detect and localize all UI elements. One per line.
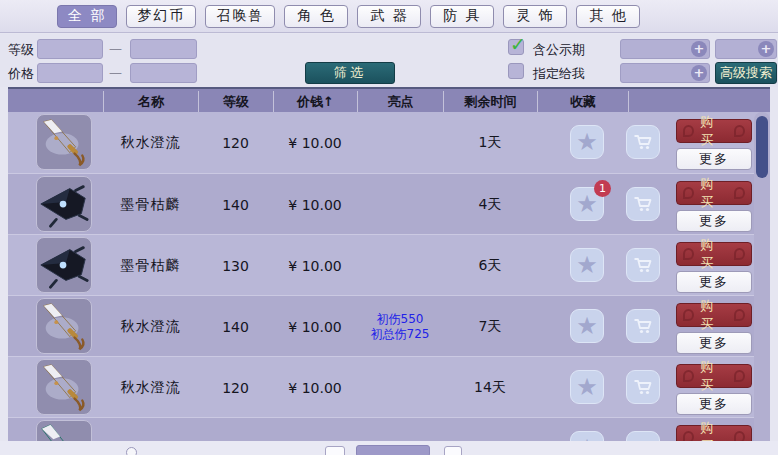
- tab-dream-coins[interactable]: 梦幻币: [126, 5, 196, 28]
- page-input[interactable]: [356, 445, 430, 455]
- item-price: ¥ 10.00: [273, 235, 357, 296]
- item-level: 120: [198, 112, 273, 173]
- cart-icon: [631, 314, 655, 338]
- favorite-button[interactable]: ★: [570, 248, 604, 282]
- table-row: 墨骨枯麟 130 ¥ 10.00 6天 ★ 购买 更多: [8, 234, 770, 295]
- item-time-left: 14天: [443, 357, 537, 418]
- level-range-dash: —: [109, 41, 122, 56]
- public-period-select-2[interactable]: +: [715, 39, 777, 59]
- advanced-search-button[interactable]: 高级搜索: [715, 62, 777, 84]
- star-icon: ★: [576, 253, 598, 277]
- tab-weapon[interactable]: 武 器: [357, 5, 421, 28]
- item-price: ¥ 10.00: [273, 357, 357, 418]
- buy-button[interactable]: 购买: [676, 364, 752, 388]
- assigned-select[interactable]: +: [620, 63, 710, 83]
- col-price-header[interactable]: 价钱↑: [273, 91, 357, 112]
- item-level: 120: [198, 357, 273, 418]
- more-button[interactable]: 更多: [676, 210, 752, 232]
- favorite-button[interactable]: ★: [570, 309, 604, 343]
- tab-character[interactable]: 角 色: [284, 5, 348, 28]
- more-button[interactable]: 更多: [676, 332, 752, 354]
- tab-summon-beast[interactable]: 召唤兽: [205, 5, 275, 28]
- price-max-input[interactable]: [130, 63, 197, 83]
- tab-armor[interactable]: 防 具: [430, 5, 494, 28]
- item-name: 墨骨枯麟: [103, 235, 198, 296]
- price-range-dash: —: [109, 65, 122, 80]
- cart-button[interactable]: [626, 370, 660, 404]
- assigned-me-checkbox[interactable]: ✓: [508, 63, 524, 79]
- buy-button[interactable]: 购买: [676, 119, 752, 143]
- cart-button[interactable]: [626, 309, 660, 343]
- item-highlights: 初伤550初总伤725: [357, 296, 443, 357]
- item-time-left: 1天: [443, 112, 537, 173]
- item-name: 秋水澄流: [103, 112, 198, 173]
- table-row: 秋水澄流 140 ¥ 10.00 初伤550初总伤725 7天 ★ 购买 更多: [8, 295, 770, 356]
- checkbox[interactable]: [325, 446, 345, 455]
- sort-asc-icon: ↑: [323, 94, 334, 109]
- buy-button[interactable]: 购买: [676, 181, 752, 205]
- buy-button[interactable]: 购买: [676, 303, 752, 327]
- item-name: 墨骨枯麟: [103, 174, 198, 235]
- weapon-icon-gold-sword[interactable]: [36, 298, 92, 354]
- cart-button[interactable]: [626, 125, 660, 159]
- marketplace-window: 全 部 梦幻币 召唤兽 角 色 武 器 防 具 灵 饰 其 他 等级 — 价格 …: [0, 0, 778, 455]
- more-button[interactable]: 更多: [676, 148, 752, 170]
- item-highlights: [357, 235, 443, 296]
- weapon-icon-dark-dagger[interactable]: [36, 237, 92, 293]
- level-label: 等级: [8, 41, 34, 59]
- item-level: 130: [198, 235, 273, 296]
- item-time-left: 6天: [443, 235, 537, 296]
- item-highlights: [357, 112, 443, 173]
- scrollbar-track[interactable]: [754, 112, 770, 455]
- weapon-icon-dark-dagger[interactable]: [36, 176, 92, 232]
- favorite-button[interactable]: ★: [570, 370, 604, 404]
- buy-button[interactable]: 购买: [676, 242, 752, 266]
- checkbox[interactable]: [444, 446, 462, 455]
- item-time-left: 4天: [443, 174, 537, 235]
- bottom-bar-partial: [0, 441, 778, 455]
- public-period-select-1[interactable]: +: [620, 39, 710, 59]
- include-public-checkbox[interactable]: ✓: [508, 39, 524, 55]
- item-price: ¥ 10.00: [273, 174, 357, 235]
- plus-circle-icon[interactable]: +: [691, 65, 707, 81]
- item-highlights: [357, 357, 443, 418]
- cart-icon: [631, 375, 655, 399]
- table-row: 秋水澄流 120 ¥ 10.00 1天 ★ 购买 更多: [8, 112, 770, 173]
- level-max-input[interactable]: [130, 39, 197, 59]
- filter-button[interactable]: 筛选: [305, 62, 395, 84]
- price-label: 价格: [8, 65, 34, 83]
- scrollbar-thumb[interactable]: [756, 116, 768, 178]
- cart-icon: [631, 130, 655, 154]
- star-icon: ★: [576, 314, 598, 338]
- tab-all[interactable]: 全 部: [57, 5, 117, 28]
- plus-circle-icon[interactable]: +: [691, 41, 707, 57]
- cart-icon: [631, 253, 655, 277]
- favorite-badge: 1: [594, 180, 611, 197]
- col-favorite-header: 收藏: [537, 91, 628, 112]
- radio-button[interactable]: [126, 447, 137, 455]
- cart-icon: [631, 192, 655, 216]
- table-header: 名称 等级 价钱↑ 亮点 剩余时间 收藏: [8, 87, 770, 112]
- include-public-label: 含公示期: [533, 41, 585, 59]
- item-price: ¥ 10.00: [273, 112, 357, 173]
- price-min-input[interactable]: [37, 63, 103, 83]
- more-button[interactable]: 更多: [676, 393, 752, 415]
- cart-button[interactable]: [626, 248, 660, 282]
- tab-accessory[interactable]: 灵 饰: [503, 5, 567, 28]
- plus-circle-icon[interactable]: +: [758, 41, 774, 57]
- col-level-header: 等级: [198, 91, 273, 112]
- item-name: 秋水澄流: [103, 296, 198, 357]
- table-body: 秋水澄流 120 ¥ 10.00 1天 ★ 购买 更多 墨骨枯麟 140 ¥ 1…: [8, 112, 770, 455]
- col-time-header: 剩余时间: [443, 91, 537, 112]
- weapon-icon-gold-sword[interactable]: [36, 359, 92, 415]
- favorite-button[interactable]: ★: [570, 125, 604, 159]
- price-header-label: 价钱: [297, 94, 323, 109]
- cart-button[interactable]: [626, 187, 660, 221]
- favorite-button[interactable]: ★1: [570, 187, 604, 221]
- weapon-icon-gold-sword[interactable]: [36, 114, 92, 170]
- category-tabbar: 全 部 梦幻币 召唤兽 角 色 武 器 防 具 灵 饰 其 他: [0, 0, 778, 33]
- level-min-input[interactable]: [37, 39, 103, 59]
- listing-table: 名称 等级 价钱↑ 亮点 剩余时间 收藏 秋水澄流 120 ¥ 10.00 1天…: [8, 87, 770, 455]
- more-button[interactable]: 更多: [676, 271, 752, 293]
- tab-other[interactable]: 其 他: [576, 5, 640, 28]
